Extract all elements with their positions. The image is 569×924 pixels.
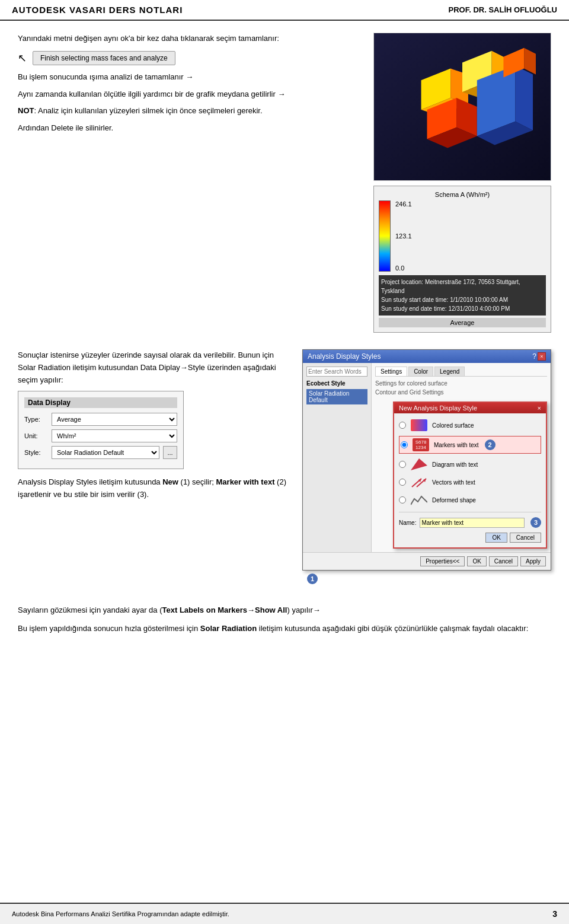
ads-body: Ecobect Style Solar Radiation Default Se…: [303, 363, 551, 552]
schema-start-date: Sun study start date time: 1/1/2010 10:0…: [381, 295, 544, 304]
ads-titlebar: Analysis Display Styles ? ×: [303, 350, 551, 363]
nads-name-row: Name: 3: [399, 512, 541, 528]
nads-cancel-btn[interactable]: Cancel: [510, 533, 541, 543]
new-label: New: [162, 477, 178, 486]
nads-name-label: Name:: [399, 520, 416, 526]
ecobect-style-label: Ecobect Style: [306, 380, 367, 387]
badge-3: 3: [530, 517, 541, 528]
header: AUTODESK VASARI DERS NOTLARI PROF. DR. S…: [0, 0, 569, 21]
nads-option5-label: Deformed shape: [432, 497, 476, 504]
schema-legend: 246.1 123.1 0.0: [379, 200, 546, 272]
badge-2: 2: [485, 439, 496, 450]
nads-option-colored: Colored surface: [399, 418, 541, 432]
ads-right-panel: Settings Color Legend Settings for color…: [372, 363, 551, 552]
ads-apply-btn[interactable]: Apply: [520, 556, 546, 566]
ads-cancel-btn[interactable]: Cancel: [489, 556, 518, 566]
schema-title: Schema A (Wh/m²): [379, 191, 546, 198]
unit-select[interactable]: Wh/m²: [52, 429, 177, 442]
nads-radio-colored[interactable]: [399, 422, 406, 429]
cursor-icon: ↖: [18, 52, 27, 65]
ads-settings-text: Settings for colored surface: [375, 380, 547, 387]
finish-btn-row: ↖ Finish selecting mass faces and analyz…: [18, 51, 362, 65]
nads-option1-label: Colored surface: [432, 422, 474, 429]
schema-panel: Schema A (Wh/m²) 246.1 123.1 0.0 Project…: [373, 186, 551, 333]
ads-titlebar-btns: ? ×: [532, 352, 546, 361]
para2: Bu işlem sonucunda ışıma analizi de tama…: [18, 71, 362, 84]
nads-option3-label: Diagram with text: [432, 461, 478, 468]
header-author: PROF. DR. SALİH OFLUOĞLU: [449, 5, 557, 14]
schema-val-top: 246.1: [395, 200, 412, 208]
nads-ok-btn[interactable]: OK: [485, 533, 507, 543]
vectors-svg: [411, 476, 427, 488]
nads-close-btn[interactable]: ×: [538, 404, 541, 412]
section1-left: Yanındaki metni değişen aynı ok'a bir ke…: [18, 33, 362, 139]
nads-title: New Analysis Display Style: [399, 404, 477, 412]
diagram-svg: [411, 458, 427, 470]
section2: Sonuçlar istenirse yüzeyler üzerinde say…: [18, 349, 551, 584]
nads-name-input[interactable]: [420, 518, 525, 528]
bottom-para2: Bu işlem yapıldığında sonucun hızla göst…: [18, 623, 551, 635]
nads-option-vectors: Vectors with text: [399, 475, 541, 489]
vis-img: [373, 33, 551, 181]
nads-body: Colored surface S6781234 Markers with te…: [394, 413, 546, 547]
marker-label: Marker with text: [216, 477, 275, 486]
ads-tab-color[interactable]: Color: [408, 367, 433, 376]
data-display-title: Data Display: [24, 397, 177, 408]
ads-ok-btn[interactable]: OK: [467, 556, 486, 566]
style-btn[interactable]: ...: [163, 446, 177, 459]
main-content: Yanındaki metni değişen aynı ok'a bir ke…: [0, 21, 569, 652]
style-label: Style:: [24, 449, 48, 456]
type-label: Type:: [24, 416, 48, 423]
ads-question[interactable]: ?: [532, 352, 536, 361]
section2-left: Sonuçlar istenirse yüzeyler üzerinde say…: [18, 349, 290, 506]
not-label: NOT: [18, 106, 34, 115]
ads-close-btn[interactable]: ×: [538, 352, 546, 361]
nads-radio-diagram[interactable]: [399, 461, 406, 468]
schema-info: Project location: Meitnerstraße 17/2, 70…: [379, 275, 546, 316]
markers-icon-container: S6781234: [411, 438, 430, 452]
svg-marker-15: [411, 458, 427, 470]
style-row: Style: Solar Radiation Default ...: [24, 446, 177, 459]
type-select[interactable]: Average: [52, 413, 177, 426]
footer-text: Autodesk Bina Performans Analizi Sertifi…: [12, 910, 229, 917]
nads-option-deformed: Deformed shape: [399, 493, 541, 507]
finish-btn[interactable]: Finish selecting mass faces and analyze: [33, 51, 175, 65]
nads-radio-markers[interactable]: [401, 441, 408, 448]
para5: Ardından Delete ile silinirler.: [18, 122, 362, 135]
style-select[interactable]: Solar Radiation Default: [52, 446, 159, 459]
ads-tab-settings[interactable]: Settings: [375, 367, 407, 376]
section2-para2: Analysis Display Styles iletişim kutusun…: [18, 476, 290, 501]
header-title: AUTODESK VASARI DERS NOTLARI: [12, 5, 183, 15]
solar-radiation-label: Solar Radiation: [200, 624, 257, 633]
nads-option-diagram: Diagram with text: [399, 457, 541, 471]
nads-option4-label: Vectors with text: [432, 479, 475, 486]
ads-tab-legend[interactable]: Legend: [434, 367, 465, 376]
color-bar: [379, 200, 391, 272]
nads-titlebar: New Analysis Display Style ×: [394, 403, 546, 413]
text-labels-label: Text Labels on Markers: [162, 606, 248, 614]
schema-end-date: Sun study end date time: 12/31/2010 4:00…: [381, 304, 544, 313]
nads-radio-vectors[interactable]: [399, 479, 406, 486]
ads-search-input[interactable]: [306, 367, 367, 377]
nads-option2-label: Markers with text: [434, 442, 479, 448]
svg-marker-11: [515, 66, 533, 130]
nads-buttons: OK Cancel: [399, 533, 541, 543]
data-display-box: Data Display Type: Average Unit: Wh/m² S…: [18, 391, 184, 469]
ads-properties-btn[interactable]: Properties<<: [420, 556, 465, 566]
unit-label: Unit:: [24, 432, 48, 439]
ads-bottom-buttons: Properties<< OK Cancel Apply: [303, 552, 551, 570]
section1-right: [373, 33, 551, 181]
schema-val-bot: 0.0: [395, 265, 412, 272]
schema-values: 246.1 123.1 0.0: [395, 200, 412, 272]
section1: Yanındaki metni değişen aynı ok'a bir ke…: [18, 33, 551, 181]
deformed-icon-container: [410, 493, 429, 507]
vectors-icon-container: [410, 475, 429, 489]
badge-1-container: 1: [305, 573, 551, 584]
ads-tabs: Settings Color Legend: [375, 367, 547, 377]
vis-svg: [374, 33, 551, 180]
ads-title: Analysis Display Styles: [308, 352, 381, 361]
nads-radio-deformed[interactable]: [399, 496, 406, 504]
schema-project-loc: Project location: Meitnerstraße 17/2, 70…: [381, 278, 544, 295]
section2-para1: Sonuçlar istenirse yüzeyler üzerinde say…: [18, 349, 290, 386]
solar-radiation-default-item[interactable]: Solar Radiation Default: [306, 389, 367, 404]
